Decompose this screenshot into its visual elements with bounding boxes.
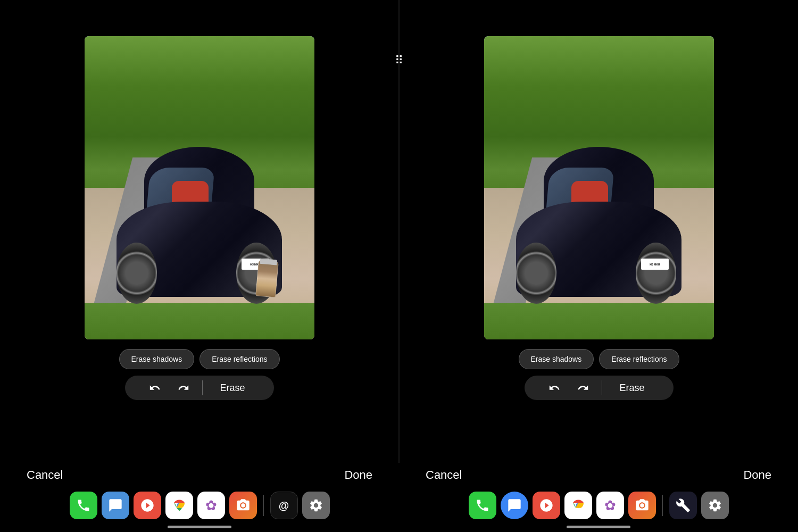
chrome-icon-left xyxy=(172,498,187,513)
app-icon-messages-right[interactable] xyxy=(501,492,528,519)
messages-icon-right xyxy=(507,498,522,513)
right-car-photo[interactable]: H3 MKU xyxy=(484,36,714,339)
right-photo-car: H3 MKU xyxy=(507,161,691,297)
app-icon-settings-left[interactable] xyxy=(302,492,330,519)
undo-icon xyxy=(149,382,161,394)
app-icon-red-right[interactable] xyxy=(533,492,560,519)
left-photo-container: H3 MKU xyxy=(85,36,314,339)
left-option-buttons: Erase shadows Erase reflections xyxy=(119,349,280,369)
threads-symbol-left: @ xyxy=(279,500,289,512)
photo-grass xyxy=(85,303,314,339)
messages-icon-left xyxy=(108,498,123,513)
left-car-photo[interactable]: H3 MKU xyxy=(85,36,314,339)
dock-separator-right xyxy=(662,495,663,516)
right-option-buttons: Erase shadows Erase reflections xyxy=(519,349,679,369)
right-controls: Erase shadows Erase reflections Erase xyxy=(400,339,798,400)
erase-shadows-btn-left[interactable]: Erase shadows xyxy=(119,349,195,369)
left-bottom-actions: Cancel Done xyxy=(0,463,399,487)
tool-icon-right xyxy=(676,498,691,513)
left-action-bar: Erase xyxy=(125,376,274,400)
right-bottom: Cancel Done xyxy=(399,463,798,528)
done-btn-left[interactable]: Done xyxy=(344,468,372,482)
redo-icon xyxy=(178,382,189,394)
app-icon-camera-right[interactable] xyxy=(628,492,656,519)
action-bar-divider-left xyxy=(202,380,203,395)
flower-symbol-right: ✿ xyxy=(604,497,616,514)
right-car-wheel-rear xyxy=(516,243,556,304)
erase-shadows-btn-right[interactable]: Erase shadows xyxy=(519,349,594,369)
red-app-icon-left xyxy=(140,498,155,513)
camera-icon-left xyxy=(236,498,251,513)
undo-icon-right xyxy=(548,382,560,394)
app-icon-camera-left[interactable] xyxy=(229,492,257,519)
red-app-icon-right xyxy=(539,498,554,513)
eraser-cursor xyxy=(255,260,279,298)
app-icon-flower-left[interactable]: ✿ xyxy=(197,492,225,519)
center-dots-container: ⠿ xyxy=(386,49,412,72)
flower-symbol-left: ✿ xyxy=(205,497,217,514)
left-nav-indicator xyxy=(168,526,231,528)
right-car-wheel-front xyxy=(636,243,676,304)
action-bar-divider-right xyxy=(602,380,602,395)
redo-btn-left[interactable] xyxy=(173,380,194,396)
cancel-btn-right[interactable]: Cancel xyxy=(426,468,462,482)
undo-btn-right[interactable] xyxy=(544,380,564,396)
right-app-dock: ✿ xyxy=(399,487,798,523)
phone-icon-left xyxy=(76,498,91,513)
right-bottom-actions: Cancel Done xyxy=(399,463,798,487)
right-photo-container: H3 MKU xyxy=(484,36,714,339)
app-icon-flower-right[interactable]: ✿ xyxy=(596,492,624,519)
done-btn-right[interactable]: Done xyxy=(743,468,771,482)
app-icon-phone-left[interactable] xyxy=(70,492,97,519)
bottom-bar: Cancel Done xyxy=(0,463,798,532)
settings-icon-left xyxy=(309,498,323,513)
app-icon-chrome-left[interactable] xyxy=(165,492,193,519)
app-icon-settings-right[interactable] xyxy=(701,492,729,519)
settings-icon-right xyxy=(708,498,722,513)
left-controls: Erase shadows Erase reflections Erase xyxy=(0,339,398,400)
app-icon-phone-right[interactable] xyxy=(469,492,496,519)
eraser-top xyxy=(260,259,278,265)
right-action-bar: Erase xyxy=(525,376,674,400)
left-app-dock: ✿ @ xyxy=(0,487,399,523)
phone-icon-right xyxy=(475,498,490,513)
left-bottom: Cancel Done xyxy=(0,463,399,528)
app-icon-tool-right[interactable] xyxy=(669,492,697,519)
chrome-icon-right xyxy=(571,498,586,513)
left-panel: H3 MKU Erase shadows Erase reflections xyxy=(0,0,398,463)
bottom-section: Cancel Done xyxy=(0,463,798,528)
cancel-btn-left[interactable]: Cancel xyxy=(27,468,63,482)
app-icon-messages-left[interactable] xyxy=(102,492,129,519)
right-panel: H3 MKU Erase shadows Erase reflections xyxy=(400,0,798,463)
app-icon-threads-left[interactable]: @ xyxy=(270,492,298,519)
redo-btn-right[interactable] xyxy=(573,380,593,396)
camera-icon-right xyxy=(635,498,650,513)
erase-action-btn-right[interactable]: Erase xyxy=(611,380,653,396)
dock-separator-left xyxy=(263,495,264,516)
grid-dots-btn[interactable]: ⠿ xyxy=(386,49,412,72)
app-icon-chrome-right[interactable] xyxy=(564,492,592,519)
right-license-plate: H3 MKU xyxy=(641,259,669,270)
car-wheel-rear xyxy=(117,243,157,304)
undo-btn-left[interactable] xyxy=(145,380,165,396)
right-nav-indicator xyxy=(567,526,630,528)
right-photo-grass xyxy=(484,303,714,339)
redo-icon-right xyxy=(577,382,589,394)
erase-action-btn-left[interactable]: Erase xyxy=(211,380,253,396)
erase-reflections-btn-right[interactable]: Erase reflections xyxy=(599,349,679,369)
erase-reflections-btn-left[interactable]: Erase reflections xyxy=(200,349,279,369)
app-icon-red-left[interactable] xyxy=(134,492,161,519)
